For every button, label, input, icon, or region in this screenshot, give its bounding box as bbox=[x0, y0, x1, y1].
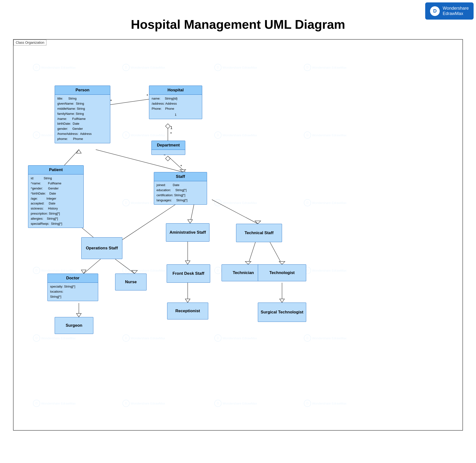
department-class: Department bbox=[151, 141, 185, 155]
hospital-body: name: String{id} /address: Address Phone… bbox=[149, 95, 202, 119]
doctor-header: Doctor bbox=[48, 274, 98, 283]
patient-body: id: String ^name: FullName ^gender: Gend… bbox=[28, 174, 83, 228]
svg-text:1: 1 bbox=[170, 126, 173, 130]
svg-marker-8 bbox=[165, 156, 170, 161]
technologist-class: Technologist bbox=[258, 264, 306, 281]
svg-marker-22 bbox=[255, 221, 261, 224]
svg-marker-26 bbox=[132, 270, 137, 274]
hospital-class: Hospital name: String{id} /address: Addr… bbox=[149, 86, 202, 119]
brand-badge: D Wondershare EdrawMax bbox=[425, 2, 474, 19]
technician-label: Technician bbox=[233, 270, 254, 275]
technical-staff-label: Technical Staff bbox=[245, 231, 274, 235]
technical-staff-class: Technical Staff bbox=[236, 224, 282, 242]
administrative-staff-label: Aministrative Staff bbox=[170, 230, 206, 235]
department-body bbox=[152, 150, 185, 155]
svg-line-21 bbox=[212, 200, 258, 224]
svg-line-35 bbox=[270, 242, 282, 264]
svg-line-33 bbox=[248, 242, 256, 264]
front-desk-staff-label: Front Desk Staff bbox=[173, 271, 204, 276]
brand-line2: EdrawMax bbox=[443, 11, 469, 17]
svg-marker-28 bbox=[76, 313, 81, 317]
svg-text:*: * bbox=[146, 94, 148, 98]
surgeon-class: Surgeon bbox=[55, 317, 93, 334]
svg-marker-24 bbox=[81, 270, 86, 274]
svg-marker-34 bbox=[245, 261, 251, 264]
nurse-class: Nurse bbox=[115, 274, 146, 290]
staff-class: Staff joined: Date education: String[*] … bbox=[154, 172, 207, 205]
svg-line-7 bbox=[168, 156, 185, 172]
person-header: Person bbox=[55, 86, 110, 95]
svg-line-0 bbox=[109, 99, 151, 105]
svg-marker-20 bbox=[188, 220, 192, 223]
svg-marker-36 bbox=[279, 261, 285, 264]
doctor-class: Doctor specialty: String[*] locations: S… bbox=[47, 274, 98, 301]
svg-line-11 bbox=[64, 150, 79, 165]
receptionist-class: Receptionist bbox=[167, 303, 208, 320]
receptionist-label: Receptionist bbox=[175, 309, 200, 313]
class-org-label: Class Organization bbox=[14, 40, 46, 45]
surgical-technologist-class: Surgical Technologist bbox=[258, 303, 306, 322]
patient-class: Patient id: String ^name: FullName ^gend… bbox=[28, 165, 84, 228]
surgeon-label: Surgeon bbox=[66, 323, 82, 328]
svg-marker-38 bbox=[280, 299, 284, 303]
operations-staff-label: Operations Staff bbox=[86, 246, 118, 251]
svg-text:*: * bbox=[170, 132, 172, 136]
nurse-label: Nurse bbox=[125, 280, 137, 285]
staff-body: joined: Date education: String[*] certif… bbox=[154, 181, 207, 204]
brand-text: Wondershare EdrawMax bbox=[443, 6, 469, 16]
brand-line1: Wondershare bbox=[443, 6, 469, 11]
doctor-body: specialty: String[*] locations: String[*… bbox=[48, 283, 98, 301]
front-desk-staff-class: Front Desk Staff bbox=[167, 264, 210, 283]
diagram-container: Class Organization * * * 1 * 1 bbox=[13, 39, 463, 431]
staff-header: Staff bbox=[154, 172, 207, 181]
technologist-label: Technologist bbox=[269, 270, 295, 275]
page: D Wondershare EdrawMax Hospital Manageme… bbox=[0, 0, 476, 463]
hospital-header: Hospital bbox=[149, 86, 202, 95]
brand-icon: D bbox=[430, 6, 440, 16]
svg-text:*: * bbox=[110, 99, 112, 103]
operations-staff-class: Operations Staff bbox=[81, 237, 122, 259]
surgical-technologist-label: Surgical Technologist bbox=[261, 310, 303, 315]
svg-marker-30 bbox=[185, 261, 190, 264]
page-title: Hospital Management UML Diagram bbox=[10, 17, 466, 32]
svg-line-23 bbox=[84, 259, 101, 274]
svg-marker-14 bbox=[180, 170, 186, 172]
svg-marker-32 bbox=[185, 299, 190, 303]
person-class: Person title: String givenName: String m… bbox=[55, 86, 110, 143]
svg-marker-4 bbox=[165, 124, 170, 129]
department-header: Department bbox=[152, 141, 185, 150]
person-body: title: String givenName: String middleNa… bbox=[55, 95, 110, 143]
svg-marker-12 bbox=[76, 150, 81, 153]
administrative-staff-class: Aministrative Staff bbox=[166, 223, 210, 242]
patient-header: Patient bbox=[28, 166, 83, 174]
svg-text:*: * bbox=[180, 164, 182, 169]
svg-line-25 bbox=[115, 259, 135, 274]
